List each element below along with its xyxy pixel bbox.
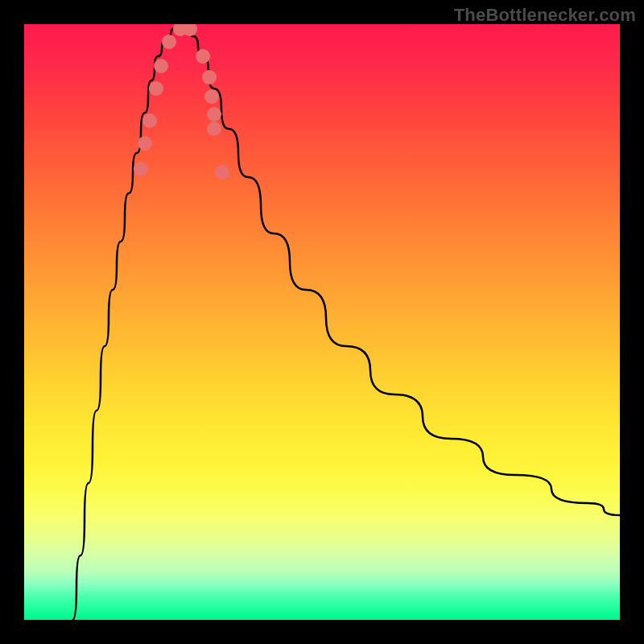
plot-area xyxy=(24,24,620,620)
data-point-marker xyxy=(134,162,148,176)
data-point-marker xyxy=(149,81,163,96)
data-point-marker xyxy=(154,59,168,73)
data-point-marker xyxy=(207,107,221,122)
data-point-marker xyxy=(162,35,176,49)
data-point-marker xyxy=(142,114,157,128)
bottleneck-curve-right xyxy=(185,24,620,515)
curve-group xyxy=(72,24,620,620)
watermark-text: TheBottlenecker.com xyxy=(454,5,636,26)
bottleneck-curve-left xyxy=(72,24,185,620)
data-point-marker xyxy=(196,49,210,64)
data-point-marker xyxy=(138,136,152,151)
data-point-marker xyxy=(215,165,229,180)
data-point-marker xyxy=(202,70,217,85)
chart-svg xyxy=(24,24,620,620)
outer-black-frame: TheBottlenecker.com xyxy=(0,0,644,644)
data-point-marker xyxy=(204,89,219,104)
data-point-marker xyxy=(207,122,221,136)
